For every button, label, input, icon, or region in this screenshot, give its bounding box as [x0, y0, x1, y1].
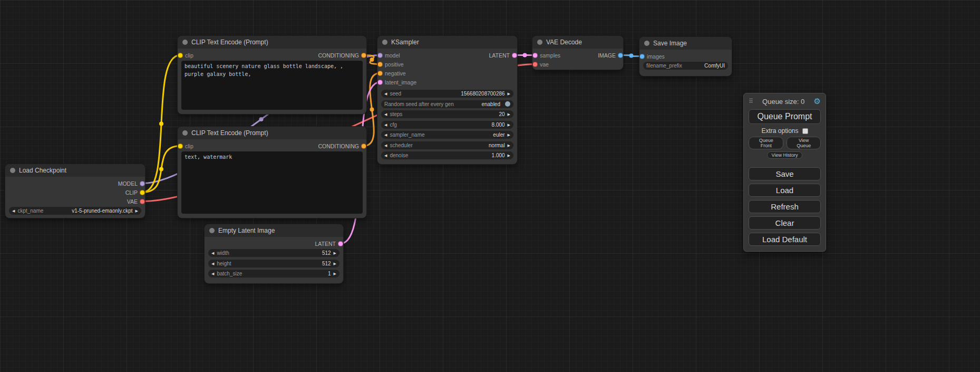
queue-prompt-button[interactable]: Queue Prompt	[749, 109, 821, 124]
clip-input-dot[interactable]	[178, 53, 183, 58]
width-widget[interactable]: ◀ width 512 ▶	[208, 249, 339, 257]
decrement-arrow-icon[interactable]: ◀	[211, 262, 214, 265]
samples-input-dot[interactable]	[532, 53, 538, 58]
widget-value[interactable]: normal	[489, 142, 505, 148]
conditioning-output-dot[interactable]	[361, 53, 366, 58]
node-title-bar[interactable]: KSampler	[377, 36, 517, 49]
cfg-widget[interactable]: ◀ cfg 8.000 ▶	[381, 121, 513, 129]
increment-arrow-icon[interactable]: ▶	[334, 251, 336, 255]
height-widget[interactable]: ◀ height 512 ▶	[208, 260, 339, 268]
widget-value[interactable]: v1-5-pruned-emaonly.ckpt	[72, 208, 132, 214]
node-status-dot-icon[interactable]	[537, 40, 542, 45]
model-output-dot[interactable]	[140, 181, 145, 186]
clear-button[interactable]: Clear	[749, 216, 821, 230]
clip-input-dot[interactable]	[178, 144, 183, 149]
decrement-arrow-icon[interactable]: ◀	[384, 154, 387, 157]
node-load-checkpoint[interactable]: Load Checkpoint MODEL CLIP VAE ◀ ckpt_na…	[5, 164, 145, 218]
widget-value[interactable]: 156680208700286	[461, 91, 504, 97]
ckpt-name-widget[interactable]: ◀ ckpt_name v1-5-pruned-emaonly.ckpt ▶	[9, 207, 141, 215]
decrement-arrow-icon[interactable]: ◀	[384, 112, 387, 116]
node-title-bar[interactable]: Save Image	[639, 37, 732, 50]
node-status-dot-icon[interactable]	[10, 168, 15, 173]
node-vae-decode[interactable]: VAE Decode samples IMAGE vae	[532, 36, 623, 70]
node-title-bar[interactable]: CLIP Text Encode (Prompt)	[178, 127, 366, 139]
latent-output-dot[interactable]	[512, 53, 517, 58]
node-status-dot-icon[interactable]	[644, 41, 649, 46]
vae-input-dot[interactable]	[532, 62, 538, 67]
drag-handle-icon[interactable]: ⠿	[749, 98, 753, 105]
increment-arrow-icon[interactable]: ▶	[508, 144, 510, 147]
queue-front-button[interactable]: Queue Front	[749, 137, 783, 149]
widget-value[interactable]: 512	[322, 261, 331, 266]
node-save-image[interactable]: Save Image images filename_prefix ComfyU…	[639, 37, 732, 76]
decrement-arrow-icon[interactable]: ◀	[384, 133, 387, 137]
widget-value[interactable]: 8.000	[492, 122, 505, 128]
decrement-arrow-icon[interactable]: ◀	[12, 209, 15, 213]
view-history-button[interactable]: View History	[767, 151, 803, 159]
node-empty-latent-image[interactable]: Empty Latent Image LATENT ◀ width 512 ▶ …	[205, 224, 343, 283]
decrement-arrow-icon[interactable]: ◀	[211, 272, 214, 275]
node-title-bar[interactable]: CLIP Text Encode (Prompt)	[178, 36, 366, 49]
node-status-dot-icon[interactable]	[209, 228, 215, 233]
widget-value[interactable]: 1.000	[492, 152, 505, 158]
node-title-bar[interactable]: Empty Latent Image	[205, 224, 343, 237]
widget-value[interactable]: euler	[493, 132, 504, 138]
negative-prompt-textarea[interactable]: text, watermark	[181, 151, 363, 214]
negative-input-dot[interactable]	[377, 71, 383, 76]
refresh-button[interactable]: Refresh	[749, 200, 821, 213]
node-status-dot-icon[interactable]	[182, 40, 188, 45]
widget-value[interactable]: 512	[322, 250, 331, 256]
vae-output-dot[interactable]	[140, 199, 145, 204]
image-output-dot[interactable]	[618, 53, 623, 58]
node-clip-text-encode-positive[interactable]: CLIP Text Encode (Prompt) clip CONDITION…	[178, 36, 366, 114]
clip-output-dot[interactable]	[140, 190, 145, 195]
decrement-arrow-icon[interactable]: ◀	[384, 144, 387, 147]
load-button[interactable]: Load	[749, 184, 821, 197]
node-status-dot-icon[interactable]	[182, 130, 188, 136]
increment-arrow-icon[interactable]: ▶	[334, 262, 336, 265]
node-clip-text-encode-negative[interactable]: CLIP Text Encode (Prompt) clip CONDITION…	[178, 127, 366, 218]
node-title-bar[interactable]: Load Checkpoint	[5, 164, 145, 177]
toggle-knob-icon[interactable]	[505, 101, 510, 107]
input-slot-negative: negative	[377, 69, 517, 78]
widget-label: seed	[390, 91, 401, 97]
seed-widget[interactable]: ◀ seed 156680208700286 ▶	[381, 90, 513, 98]
settings-gear-icon[interactable]: ⚙	[814, 97, 821, 106]
latent-output-dot[interactable]	[338, 241, 343, 246]
load-default-button[interactable]: Load Default	[749, 233, 821, 246]
node-ksampler[interactable]: KSampler model LATENT positive negative …	[377, 36, 517, 164]
save-button[interactable]: Save	[749, 167, 821, 180]
steps-widget[interactable]: ◀ steps 20 ▶	[381, 110, 513, 118]
widget-value[interactable]: 20	[499, 111, 504, 117]
increment-arrow-icon[interactable]: ▶	[135, 209, 138, 213]
extra-options-checkbox[interactable]	[802, 128, 808, 134]
denoise-widget[interactable]: ◀ denoise 1.000 ▶	[381, 151, 513, 159]
positive-input-dot[interactable]	[377, 62, 383, 67]
decrement-arrow-icon[interactable]: ◀	[384, 123, 387, 127]
node-status-dot-icon[interactable]	[382, 40, 387, 45]
model-input-dot[interactable]	[377, 53, 383, 58]
decrement-arrow-icon[interactable]: ◀	[211, 251, 214, 255]
decrement-arrow-icon[interactable]: ◀	[384, 92, 387, 96]
positive-prompt-textarea[interactable]: beautiful scenery nature glass bottle la…	[181, 61, 363, 110]
random-seed-toggle-widget[interactable]: Random seed after every gen enabled	[381, 100, 513, 108]
increment-arrow-icon[interactable]: ▶	[508, 92, 510, 96]
increment-arrow-icon[interactable]: ▶	[334, 272, 336, 275]
latent-image-input-dot[interactable]	[377, 80, 383, 85]
widget-value[interactable]: ComfyUI	[704, 63, 725, 69]
images-input-dot[interactable]	[639, 54, 645, 59]
comfyui-canvas[interactable]: { "icons": { "left_arrow": "◀", "right_a…	[0, 0, 980, 372]
increment-arrow-icon[interactable]: ▶	[508, 112, 510, 116]
batch-size-widget[interactable]: ◀ batch_size 1 ▶	[208, 270, 339, 278]
increment-arrow-icon[interactable]: ▶	[508, 123, 510, 127]
node-title-bar[interactable]: VAE Decode	[532, 36, 623, 49]
sampler-name-widget[interactable]: ◀ sampler_name euler ▶	[381, 131, 513, 139]
scheduler-widget[interactable]: ◀ scheduler normal ▶	[381, 141, 513, 149]
view-queue-button[interactable]: View Queue	[787, 137, 821, 149]
increment-arrow-icon[interactable]: ▶	[508, 154, 510, 157]
filename-prefix-widget[interactable]: filename_prefix ComfyUI	[643, 62, 728, 70]
increment-arrow-icon[interactable]: ▶	[508, 133, 510, 137]
widget-value[interactable]: 1	[328, 271, 331, 276]
queue-buttons-row: Queue Front View Queue	[749, 137, 821, 149]
conditioning-output-dot[interactable]	[361, 144, 366, 149]
